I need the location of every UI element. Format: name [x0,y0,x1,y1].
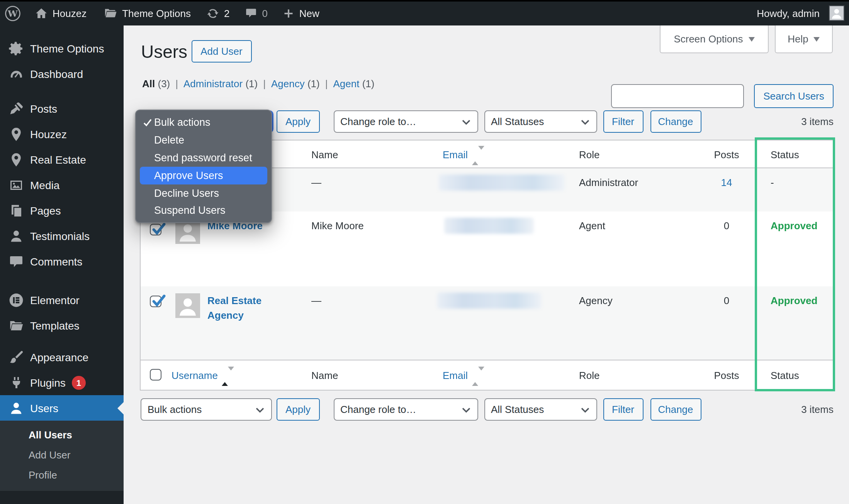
adminbar-new[interactable]: New [277,2,326,25]
status-cell: - [771,175,774,189]
adminbar-account[interactable]: Howdy, admin [751,2,844,25]
sidebar-item-dashboard[interactable]: Dashboard [0,61,124,86]
role-cell: Agency [579,293,613,308]
column-header-status: Status [771,147,799,162]
sidebar-item-pages[interactable]: Pages [0,198,124,223]
dropdown-item-send-password-reset[interactable]: Send password reset [139,149,267,167]
posts-cell: 0 [696,293,757,308]
all-statuses-select-bottom[interactable]: All Statuses [484,398,597,420]
dropdown-item-delete[interactable]: Delete [139,132,267,149]
change-button-bottom[interactable]: Change [650,398,701,420]
column-footer-name: Name [311,368,338,382]
users-submenu: All UsersAdd UserProfile [0,421,124,491]
dropdown-item-approve-users[interactable]: Approve Users [139,167,267,184]
column-footer-username[interactable]: Username [171,368,234,383]
filter-separator: | [320,78,333,90]
items-count-top: 3 items [741,116,834,127]
page-title: Users [141,41,187,63]
username-link[interactable]: Real Estate Agency [207,294,282,323]
row-checkbox[interactable] [150,296,161,307]
chevron-down-icon [581,120,589,125]
brush-icon [8,349,24,365]
pages-icon [8,203,24,218]
redacted-email [438,174,564,190]
plug-icon [8,375,24,390]
menu-separator [0,86,124,96]
change-role-select-bottom[interactable]: Change role to… [333,398,478,420]
filter-count: (1) [359,78,374,90]
posts-cell[interactable]: 14 [696,175,757,189]
adminbar-updates[interactable]: 2 [200,2,236,25]
filter-button-bottom[interactable]: Filter [603,398,643,420]
checkmark-icon [143,118,152,127]
home-icon [35,7,48,20]
sidebar-item-testimonials[interactable]: Testimonials [0,223,124,249]
column-header-email[interactable]: Email [443,147,484,162]
submenu-item-add-user[interactable]: Add User [0,445,124,465]
name-cell: — [311,175,321,189]
sidebar-item-templates[interactable]: Templates [0,313,124,338]
column-header-name: Name [311,147,338,162]
sidebar-item-posts[interactable]: Posts [0,96,124,121]
add-user-button[interactable]: Add User [191,40,252,63]
sidebar-item-real-estate[interactable]: Real Estate [0,147,124,172]
dropdown-item-decline-users[interactable]: Decline Users [139,184,267,202]
change-role-select-top[interactable]: Change role to… [333,110,478,133]
person-icon [8,400,24,416]
filter-agency[interactable]: Agency [271,78,305,90]
sidebar-item-elementor[interactable]: Elementor [0,287,124,313]
help-tab[interactable]: Help [775,25,833,53]
adminbar-comments[interactable]: 0 [239,2,273,25]
howdy-text: Howdy, admin [757,8,820,19]
search-users-input[interactable] [611,84,744,108]
filter-button-top[interactable]: Filter [603,110,643,133]
submenu-item-profile[interactable]: Profile [0,465,124,485]
gear-icon [8,41,24,56]
adminbar-site-name[interactable]: Houzez [29,2,93,25]
chevron-down-icon [462,407,470,413]
chevron-down-icon [581,407,589,413]
search-users-button[interactable]: Search Users [754,84,834,108]
status-cell: Approved [771,218,817,233]
sidebar-item-houzez[interactable]: Houzez [0,121,124,147]
sidebar-item-comments[interactable]: Comments [0,249,124,274]
change-button-top[interactable]: Change [650,110,701,133]
sidebar-item-users[interactable]: Users [0,395,124,421]
media-icon [8,177,24,193]
elementor-icon [8,292,24,308]
posts-cell: 0 [696,218,757,233]
adminbar-theme-options[interactable]: Theme Options [97,2,197,25]
screen-options-tab[interactable]: Screen Options [660,25,769,53]
filter-count: (1) [243,78,258,90]
filter-all[interactable]: All [142,78,155,90]
chevron-down-icon [255,407,264,413]
location-icon [8,126,24,142]
sidebar-item-theme-options[interactable]: Theme Options [0,36,124,61]
dropdown-item-suspend-users[interactable]: Suspend Users [139,202,267,220]
submenu-item-all-users[interactable]: All Users [0,425,124,445]
filter-agent[interactable]: Agent [333,78,360,90]
wp-logo-menu[interactable]: W [0,2,25,25]
dashboard-icon [8,66,24,81]
filter-count: (1) [305,78,320,90]
apply-button-bottom[interactable]: Apply [276,398,320,420]
row-checkbox[interactable] [150,224,161,235]
plus-icon [283,8,295,19]
wordpress-admin-users-page: W Houzez Theme Options 2 [0,0,849,504]
chevron-down-icon [749,37,755,44]
name-cell: — [311,293,321,308]
pin-icon [8,101,24,116]
bulk-actions-select-bottom[interactable]: Bulk actions [141,398,272,420]
column-footer-email[interactable]: Email [443,368,484,383]
sidebar-item-plugins[interactable]: Plugins1 [0,370,124,395]
all-statuses-select-top[interactable]: All Statuses [484,110,597,133]
filter-administrator[interactable]: Administrator [183,78,243,90]
dropdown-item-bulk-actions[interactable]: Bulk actions [139,114,267,132]
avatar [175,293,200,318]
sidebar-item-media[interactable]: Media [0,172,124,198]
user-avatar [830,7,844,20]
select-all-checkbox[interactable] [150,369,161,380]
apply-button-top[interactable]: Apply [276,110,320,133]
avatar [175,219,200,244]
sidebar-item-appearance[interactable]: Appearance [0,344,124,370]
